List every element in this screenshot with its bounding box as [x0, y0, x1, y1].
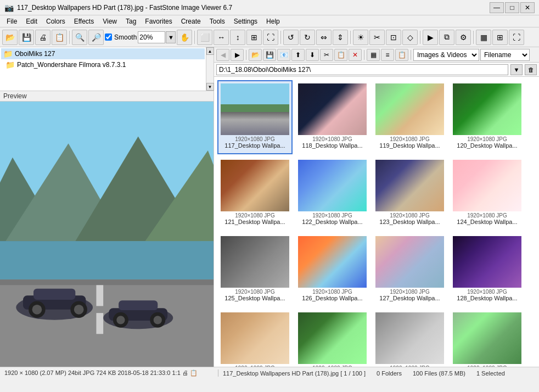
tree-item-oboiMiks[interactable]: 📁 OboiMiks 127 — [1, 48, 205, 59]
thumb-item-128[interactable]: 1920×1080 JPG128_Desktop Wallpa... — [450, 233, 525, 307]
sep3 — [280, 31, 281, 44]
thumb-name-119: 119_Desktop Wallpa... — [379, 142, 440, 149]
thumbnail-area[interactable]: 1920×1080 JPG117_Desktop Wallpa...1920×1… — [214, 77, 539, 367]
nav-copy-button[interactable]: 📋 — [334, 49, 347, 61]
address-action-button[interactable]: 🗑 — [525, 64, 537, 75]
zoom-out-button[interactable]: 🔎 — [88, 30, 104, 45]
status-image-info: 1920 × 1080 (2.07 MP) 24bit JPG 724 KB 2… — [4, 369, 218, 377]
zoom-in-button[interactable]: 🔍 — [72, 30, 87, 45]
title-bar-left: 📷 117_Desktop Wallpapers HD Part (178).j… — [4, 3, 232, 12]
close-button[interactable]: ✕ — [520, 2, 535, 13]
menu-view[interactable]: View — [98, 16, 121, 26]
slideshow-button[interactable]: ▶ — [423, 30, 438, 45]
menu-create[interactable]: Create — [177, 16, 205, 26]
menu-settings[interactable]: Settings — [229, 16, 262, 26]
filmstrip-button[interactable]: ⊞ — [492, 30, 508, 45]
menu-help[interactable]: Help — [262, 16, 284, 26]
menu-favorites[interactable]: Favorites — [141, 16, 176, 26]
thumb-item-130[interactable]: 1920×1080 JPG130_Desktop Wallpa... — [295, 309, 370, 367]
zoom-group: ▼ — [138, 31, 176, 43]
nav-move-button[interactable]: ✂ — [320, 49, 333, 61]
thumb-item-123[interactable]: 1920×1080 JPG123_Desktop Wallpa... — [372, 156, 447, 231]
nav-email-button[interactable]: 📧 — [277, 49, 290, 61]
smooth-checkbox[interactable] — [105, 33, 112, 41]
flip-v-button[interactable]: ⇕ — [333, 30, 348, 45]
copy-button[interactable]: 📋 — [52, 30, 67, 45]
maximize-button[interactable]: □ — [505, 2, 519, 13]
zoom-dropdown-button[interactable]: ▼ — [166, 31, 176, 43]
address-go-button[interactable]: ▼ — [510, 64, 523, 75]
thumb-item-117[interactable]: 1920×1080 JPG117_Desktop Wallpa... — [217, 80, 293, 154]
sort-select[interactable]: Filename Date Size — [480, 49, 530, 61]
thumb-item-125[interactable]: 1920×1080 JPG125_Desktop Wallpa... — [217, 233, 293, 307]
nav-thumb-button[interactable]: ▦ — [367, 49, 380, 61]
settings-button[interactable]: ⚙ — [456, 30, 471, 45]
thumbnail-view-button[interactable]: ▦ — [476, 30, 491, 45]
thumb-item-126[interactable]: 1920×1080 JPG126_Desktop Wallpa... — [295, 233, 370, 307]
thumb-item-132[interactable]: 1920×1080 JPG132_Desktop Wallpa... — [450, 309, 525, 367]
back-button[interactable]: ◀ — [216, 49, 229, 61]
pan-button[interactable]: ✋ — [177, 30, 192, 45]
menu-edit[interactable]: Edit — [21, 16, 42, 26]
save-button[interactable]: 💾 — [19, 30, 34, 45]
fit-window-button[interactable]: ⬜ — [197, 30, 212, 45]
address-input[interactable] — [216, 64, 508, 75]
thumb-image-129 — [221, 312, 289, 364]
tree-scroll-down[interactable]: ▼ — [206, 83, 214, 91]
compare-button[interactable]: ⧉ — [439, 30, 454, 45]
thumb-name-122: 122_Desktop Wallpa... — [302, 219, 362, 225]
svg-point-21 — [116, 316, 125, 324]
thumb-item-120[interactable]: 1920×1080 JPG120_Desktop Wallpa... — [450, 80, 525, 154]
nav-sep2 — [364, 50, 364, 60]
thumb-item-118[interactable]: 1920×1080 JPG118_Desktop Wallpa... — [295, 80, 370, 154]
thumb-name-121: 121_Desktop Wallpa... — [224, 219, 285, 225]
clipboard-icon: 📋 — [190, 369, 198, 376]
resize-button[interactable]: ⊡ — [386, 30, 401, 45]
thumb-name-117: 117_Desktop Wallpa... — [224, 142, 285, 149]
fullscreen2-button[interactable]: ⛶ — [509, 30, 524, 45]
print-icon: 🖨 — [182, 369, 188, 376]
fit-width-button[interactable]: ↔ — [214, 30, 229, 45]
thumb-info-130: 1920×1080 JPG — [312, 365, 352, 367]
tree-item-patch[interactable]: 📁 Patch_Wondershare Filmora v8.7.3.1 — [1, 59, 205, 70]
thumb-item-119[interactable]: 1920×1080 JPG119_Desktop Wallpa... — [372, 80, 447, 154]
nav-upload-button[interactable]: ⬆ — [291, 49, 305, 61]
thumb-item-131[interactable]: 1920×1080 JPG131_Desktop Wallpa... — [372, 309, 447, 367]
rotate-left-button[interactable]: ↺ — [283, 30, 299, 45]
nav-save-button[interactable]: 💾 — [263, 49, 276, 61]
sharpen-button[interactable]: ◇ — [402, 30, 418, 45]
flip-h-button[interactable]: ⇔ — [316, 30, 332, 45]
fit-height-button[interactable]: ↕ — [230, 30, 245, 45]
actual-size-button[interactable]: ⊞ — [246, 30, 262, 45]
nav-details-button[interactable]: 📋 — [395, 49, 408, 61]
preview-label: Preview — [0, 91, 214, 102]
toolbar: 📂 💾 🖨 📋 🔍 🔎 Smooth ▼ ✋ ⬜ ↔ ↕ ⊞ ⛶ ↺ ↻ ⇔ ⇕… — [0, 27, 539, 47]
nav-list-button[interactable]: ≡ — [381, 49, 394, 61]
thumb-item-127[interactable]: 1920×1080 JPG127_Desktop Wallpa... — [372, 233, 447, 307]
zoom-input[interactable] — [138, 31, 165, 43]
enhance-button[interactable]: ☀ — [353, 30, 368, 45]
fullscreen-button[interactable]: ⛶ — [263, 30, 278, 45]
tree-scroll-up[interactable]: ▲ — [206, 47, 214, 55]
thumb-item-122[interactable]: 1920×1080 JPG122_Desktop Wallpa... — [295, 156, 370, 231]
nav-delete-button[interactable]: ✕ — [349, 49, 362, 61]
filter-select[interactable]: Images & Videos All Files Images Only — [413, 49, 479, 61]
print-button[interactable]: 🖨 — [35, 30, 50, 45]
minimize-button[interactable]: — — [490, 2, 504, 13]
nav-open-button[interactable]: 📂 — [249, 49, 262, 61]
menu-tag[interactable]: Tag — [121, 16, 141, 26]
menu-colors[interactable]: Colors — [42, 16, 70, 26]
thumb-item-121[interactable]: 1920×1080 JPG121_Desktop Wallpa... — [217, 156, 293, 231]
rotate-right-button[interactable]: ↻ — [300, 30, 315, 45]
thumb-image-126 — [298, 236, 367, 288]
open-button[interactable]: 📂 — [2, 30, 18, 45]
thumb-item-124[interactable]: 1920×1080 JPG124_Desktop Wallpa... — [450, 156, 525, 231]
menu-file[interactable]: File — [2, 16, 21, 26]
menu-tools[interactable]: Tools — [205, 16, 229, 26]
nav-download-button[interactable]: ⬇ — [306, 49, 319, 61]
thumb-info-124: 1920×1080 JPG — [467, 212, 507, 219]
thumb-item-129[interactable]: 1920×1080 JPG129_Desktop Wallpa... — [217, 309, 293, 367]
forward-button[interactable]: ▶ — [231, 49, 244, 61]
menu-effects[interactable]: Effects — [70, 16, 98, 26]
crop-button[interactable]: ✂ — [369, 30, 385, 45]
